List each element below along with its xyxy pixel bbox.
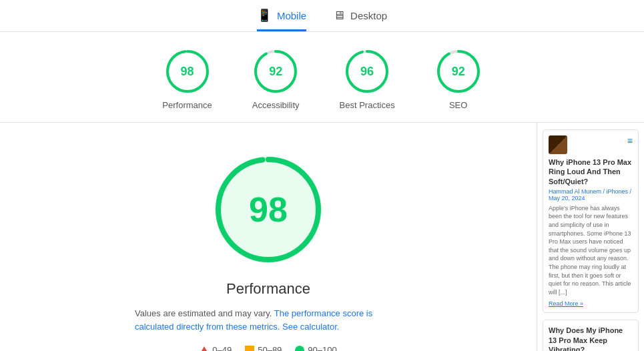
main-content: 98 Performance Values are estimated and … — [0, 123, 644, 351]
legend-pass-label: 90–100 — [308, 345, 336, 351]
score-performance: 98 Performance — [162, 48, 212, 110]
score-seo: 92 SEO — [435, 48, 482, 110]
card-2: Why Does My iPhone 13 Pro Max Keep Vibra… — [543, 320, 639, 351]
left-panel: 98 Performance Values are estimated and … — [0, 123, 537, 351]
card-1-avatar — [549, 135, 567, 154]
legend-fail: 0–49 — [200, 345, 232, 351]
performance-label: Performance — [162, 100, 212, 110]
score-accessibility: 92 Accessibility — [252, 48, 300, 110]
card-2-title: Why Does My iPhone 13 Pro Max Keep Vibra… — [549, 326, 633, 351]
legend-average: 50–89 — [245, 345, 282, 351]
fail-icon — [200, 346, 209, 352]
right-panel: ≡ Why iPhone 13 Pro Max Ring Loud And Th… — [537, 123, 644, 351]
card-1: ≡ Why iPhone 13 Pro Max Ring Loud And Th… — [543, 129, 639, 313]
average-icon — [245, 346, 254, 352]
accessibility-label: Accessibility — [252, 100, 300, 110]
desktop-icon: 🖥 — [333, 9, 345, 23]
seo-circle: 92 — [435, 48, 482, 95]
note-text: Values are estimated and may vary. The p… — [135, 307, 402, 333]
legend-pass: 90–100 — [295, 345, 336, 351]
accessibility-score: 92 — [269, 65, 282, 79]
legend-fail-label: 0–49 — [212, 345, 232, 351]
tab-desktop[interactable]: 🖥 Desktop — [333, 8, 387, 31]
legend: 0–49 50–89 90–100 — [200, 345, 336, 351]
best-practices-score: 96 — [360, 65, 374, 79]
card-1-header: ≡ — [549, 135, 633, 154]
big-performance-circle: 98 — [208, 149, 328, 270]
main-performance-label: Performance — [226, 280, 310, 298]
seo-score: 92 — [452, 65, 465, 79]
card-1-title: Why iPhone 13 Pro Max Ring Loud And Then… — [549, 157, 633, 186]
card-1-menu[interactable]: ≡ — [627, 135, 633, 146]
note-static: Values are estimated and may vary. — [135, 308, 272, 318]
tab-mobile[interactable]: 📱 Mobile — [257, 8, 306, 31]
card-1-meta: Hammad Al Munem / iPhones / May 20, 2024 — [549, 188, 633, 202]
big-score-value: 98 — [249, 190, 288, 230]
tab-bar: 📱 Mobile 🖥 Desktop — [0, 0, 644, 32]
score-best-practices: 96 Best Practices — [340, 48, 395, 110]
mobile-icon: 📱 — [257, 8, 272, 23]
tab-desktop-label: Desktop — [350, 10, 387, 21]
note-link2[interactable]: See calculator. — [282, 322, 339, 332]
tab-mobile-label: Mobile — [277, 10, 306, 21]
scores-row: 98 Performance 92 Accessibility 96 Best … — [0, 32, 644, 123]
performance-score: 98 — [181, 65, 194, 79]
card-1-link[interactable]: Read More » — [549, 300, 583, 307]
accessibility-circle: 92 — [252, 48, 299, 95]
best-practices-label: Best Practices — [340, 100, 395, 110]
pass-icon — [295, 346, 304, 352]
legend-average-label: 50–89 — [258, 345, 282, 351]
performance-circle: 98 — [164, 48, 211, 95]
best-practices-circle: 96 — [344, 48, 390, 95]
seo-label: SEO — [449, 100, 467, 110]
card-1-body: Apple's iPhone has always been the tool … — [549, 204, 633, 297]
